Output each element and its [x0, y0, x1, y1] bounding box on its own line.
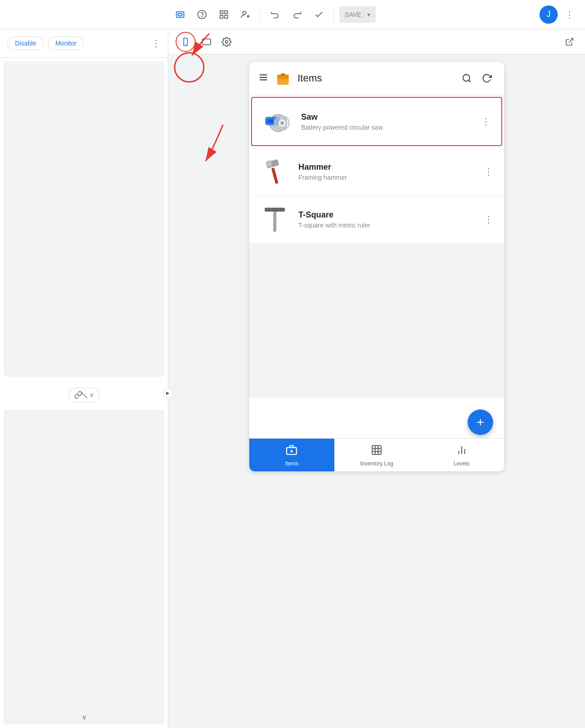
- toolbar-divider: [260, 8, 261, 21]
- undo-icon[interactable]: [266, 5, 284, 24]
- toolbar-icons: SAVE ▾: [7, 5, 540, 24]
- svg-rect-7: [225, 15, 227, 18]
- hammer-more-icon[interactable]: ⋮: [482, 164, 495, 179]
- hammer-info: Hammer Framing hammer: [298, 162, 475, 181]
- link-button[interactable]: ∨: [68, 388, 100, 402]
- more-options-icon[interactable]: ⋮: [561, 5, 578, 24]
- inventory-log-tab-label: Inventory Log: [360, 460, 393, 467]
- levels-tab-icon: [456, 444, 468, 459]
- app-title: Items: [298, 72, 322, 84]
- tsquare-info: T-Square T-square with metric ruler: [298, 210, 475, 229]
- list-item[interactable]: Hammer Framing hammer ⋮: [249, 148, 504, 196]
- svg-rect-37: [271, 167, 278, 184]
- items-tab-icon: [286, 444, 298, 459]
- bottom-tabs: Items Inventory Log: [249, 438, 504, 471]
- mobile-view-container: [176, 32, 196, 52]
- top-toolbar: SAVE ▾ J ⋮: [0, 0, 585, 29]
- toolbar-divider-2: [333, 8, 334, 21]
- left-panel-gray-area: [4, 61, 164, 377]
- right-panel: Items: [168, 29, 585, 728]
- refresh-icon[interactable]: [479, 70, 495, 86]
- panel-more-icon[interactable]: ⋮: [151, 38, 161, 49]
- save-button[interactable]: SAVE ▾: [339, 6, 376, 23]
- list-item[interactable]: Saw Battery powered circular saw ⋮: [251, 97, 502, 146]
- tsquare-name: T-Square: [298, 210, 475, 220]
- search-icon[interactable]: [459, 70, 475, 86]
- chevron-icon: ∨: [90, 392, 94, 398]
- saw-name: Saw: [301, 112, 472, 122]
- saw-image: [261, 105, 294, 138]
- app-header: Items: [249, 62, 504, 95]
- inventory-log-tab-icon: [371, 444, 383, 459]
- app-preview: Items: [249, 62, 504, 471]
- svg-rect-14: [202, 39, 211, 45]
- add-fab-button[interactable]: +: [468, 410, 493, 435]
- tab-inventory-log[interactable]: Inventory Log: [334, 439, 419, 471]
- saw-description: Battery powered circular saw: [301, 124, 472, 131]
- hammer-image: [258, 155, 291, 188]
- help-icon[interactable]: [193, 5, 211, 24]
- svg-rect-24: [282, 75, 284, 76]
- app-icon: [274, 69, 292, 87]
- svg-rect-4: [220, 10, 223, 13]
- svg-rect-49: [372, 445, 381, 455]
- mobile-view-button[interactable]: [176, 32, 196, 52]
- left-panel-empty-area: [4, 410, 164, 725]
- tsquare-description: T-square with metric ruler: [298, 222, 475, 229]
- tsquare-image: [258, 203, 291, 236]
- svg-point-36: [281, 121, 284, 125]
- add-person-icon[interactable]: [237, 5, 255, 24]
- svg-rect-5: [225, 10, 227, 13]
- secondary-toolbar: [168, 29, 585, 55]
- hammer-name: Hammer: [298, 162, 475, 172]
- svg-rect-6: [220, 15, 223, 18]
- app-preview-container: Items: [168, 55, 585, 728]
- tablet-view-button[interactable]: [197, 33, 216, 51]
- tsquare-more-icon[interactable]: ⋮: [482, 212, 495, 227]
- check-icon: [310, 5, 328, 24]
- svg-line-11: [81, 392, 87, 398]
- save-dropdown-icon[interactable]: ▾: [367, 11, 370, 18]
- svg-line-26: [469, 80, 470, 82]
- svg-rect-0: [177, 11, 184, 17]
- eye-icon[interactable]: [171, 5, 189, 24]
- svg-rect-1: [178, 13, 182, 16]
- hammer-description: Framing hammer: [298, 174, 475, 181]
- tab-items[interactable]: Items: [249, 439, 334, 471]
- left-panel: Disable Monitor ⋮ ∨: [0, 29, 168, 728]
- svg-point-8: [242, 11, 246, 14]
- grid-icon[interactable]: [215, 5, 233, 24]
- bottom-chevron-icon[interactable]: ∨: [82, 713, 86, 721]
- saw-more-icon[interactable]: ⋮: [479, 114, 492, 129]
- redo-icon[interactable]: [288, 5, 306, 24]
- save-label: SAVE: [345, 11, 361, 18]
- svg-point-3: [202, 16, 202, 17]
- item-list: Saw Battery powered circular saw ⋮: [249, 97, 504, 243]
- svg-line-17: [569, 38, 573, 42]
- list-item[interactable]: T-Square T-square with metric ruler ⋮: [249, 196, 504, 243]
- main-layout: Disable Monitor ⋮ ∨: [0, 29, 585, 728]
- left-panel-toolbar: Disable Monitor ⋮: [0, 29, 168, 58]
- app-empty-area: [249, 243, 504, 398]
- svg-point-25: [463, 75, 470, 81]
- hamburger-menu-icon[interactable]: [258, 72, 268, 85]
- avatar[interactable]: J: [540, 5, 558, 24]
- items-tab-label: Items: [285, 460, 298, 467]
- saw-info: Saw Battery powered circular saw: [301, 112, 472, 131]
- monitor-button[interactable]: Monitor: [48, 36, 85, 50]
- svg-point-16: [225, 40, 228, 43]
- tab-levels[interactable]: Levels: [419, 439, 504, 471]
- settings-button[interactable]: [217, 33, 236, 51]
- disable-button[interactable]: Disable: [7, 36, 44, 50]
- collapse-panel-button[interactable]: ▶: [162, 388, 173, 399]
- app-header-actions: [459, 70, 495, 86]
- svg-rect-41: [265, 208, 285, 212]
- external-link-button[interactable]: [561, 34, 578, 50]
- levels-tab-label: Levels: [454, 460, 469, 467]
- svg-rect-33: [267, 120, 274, 122]
